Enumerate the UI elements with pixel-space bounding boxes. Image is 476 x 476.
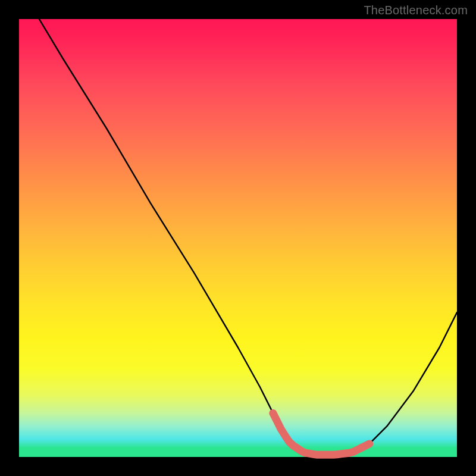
- curve-line: [36, 15, 457, 455]
- chart-container: TheBottleneck.com: [0, 0, 476, 476]
- highlight-segment: [273, 413, 369, 455]
- chart-lines: [19, 19, 457, 457]
- attribution-text: TheBottleneck.com: [364, 4, 468, 17]
